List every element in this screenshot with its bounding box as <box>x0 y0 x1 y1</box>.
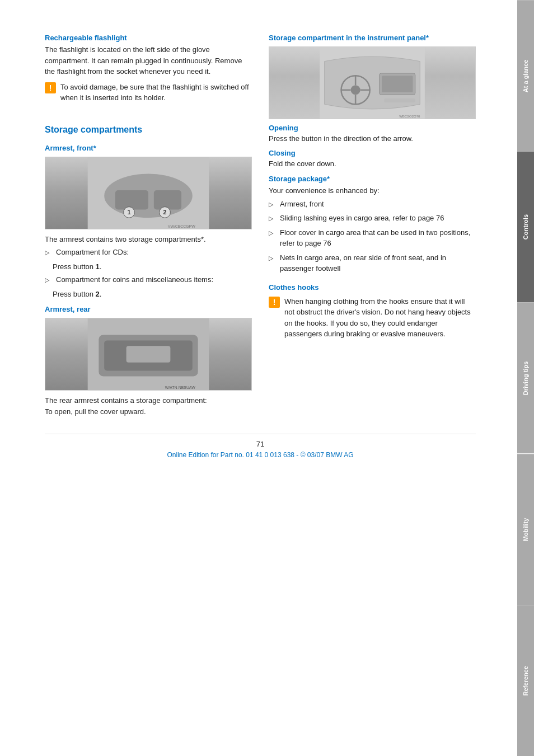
tab-mobility[interactable]: Mobility <box>517 454 534 605</box>
svg-point-16 <box>351 85 360 95</box>
warning-text: To avoid damage, be sure that the flashl… <box>60 82 252 104</box>
svg-rect-12 <box>127 346 171 363</box>
press-button-1: Press button 1. <box>53 261 252 273</box>
coins-label: Compartment for coins and miscellaneous … <box>56 274 213 285</box>
press-button-2: Press button 2. <box>53 289 252 300</box>
tab-driving-tips[interactable]: Driving tips <box>517 302 534 453</box>
clothes-warning-box: ! When hanging clothing from the hooks e… <box>269 296 476 340</box>
package-item-1: Armrest, front <box>269 199 476 210</box>
armrest-rear-section: Armrest, rear W/ATN-NBSUAW The rear armr… <box>45 305 252 417</box>
list-item-coins: Compartment for coins and miscellaneous … <box>45 274 252 285</box>
storage-package-list: Armrest, front Sliding lashing eyes in c… <box>269 199 476 274</box>
armrest-front-heading: Armrest, front* <box>45 144 252 152</box>
svg-text:W/ATN-NBSUAW: W/ATN-NBSUAW <box>165 386 195 389</box>
clothes-warning-icon: ! <box>269 297 280 308</box>
svg-text:VW/CBCCGPW: VW/CBCCGPW <box>168 224 195 228</box>
closing-body: Fold the cover down. <box>269 158 476 170</box>
armrest-front-list: Compartment for CDs: <box>45 247 252 258</box>
instrument-panel-image: WBCSO2O70 <box>269 46 476 119</box>
storage-package-heading: Storage package* <box>269 175 476 183</box>
opening-body: Press the button in the direction of the… <box>269 133 476 144</box>
armrest-front-section: Armrest, front* 1 <box>45 144 252 300</box>
list-item-cds: Compartment for CDs: <box>45 247 252 258</box>
storage-compartments-heading: Storage compartments <box>45 125 252 135</box>
rechargeable-body: The flashlight is located on the left si… <box>45 44 252 77</box>
rechargeable-flashlight-section: Rechargeable flashlight The flashlight i… <box>45 34 252 108</box>
package-item-4: Nets in cargo area, on rear side of fron… <box>269 252 476 274</box>
tab-controls[interactable]: Controls <box>517 151 534 302</box>
svg-rect-23 <box>384 98 415 102</box>
warning-icon: ! <box>45 82 56 93</box>
warning-box: ! To avoid damage, be sure that the flas… <box>45 82 252 104</box>
package-item-2: Sliding lashing eyes in cargo area, refe… <box>269 213 476 224</box>
page-footer: 71 Online Edition for Part no. 01 41 0 0… <box>45 434 476 459</box>
footer-text: Online Edition for Part no. 01 41 0 013 … <box>167 451 353 459</box>
armrest-rear-body1: The rear armrest contains a storage comp… <box>45 395 252 406</box>
svg-rect-3 <box>154 190 181 209</box>
tab-reference[interactable]: Reference <box>517 605 534 756</box>
armrest-rear-body2: To open, pull the cover upward. <box>45 406 252 417</box>
clothes-warning-text: When hanging clothing from the hooks ens… <box>284 296 476 340</box>
cds-label: Compartment for CDs: <box>56 247 129 258</box>
rechargeable-heading: Rechargeable flashlight <box>45 34 252 42</box>
tab-at-a-glance[interactable]: At a glance <box>517 0 534 151</box>
svg-rect-22 <box>382 76 413 92</box>
opening-heading: Opening <box>269 124 476 132</box>
page-number: 71 <box>45 440 476 448</box>
closing-heading: Closing <box>269 149 476 157</box>
storage-instrument-heading: Storage compartment in the instrument pa… <box>269 34 476 42</box>
svg-text:2: 2 <box>163 209 167 215</box>
clothes-hooks-section: Clothes hooks ! When hanging clothing fr… <box>269 283 476 344</box>
armrest-front-image: 1 2 VW/CBCCGPW <box>45 157 252 229</box>
armrest-front-list2: Compartment for coins and miscellaneous … <box>45 274 252 285</box>
armrest-front-body: The armrest contains two storage compart… <box>45 234 252 245</box>
package-item-3: Floor cover in cargo area that can be us… <box>269 227 476 249</box>
clothes-hooks-heading: Clothes hooks <box>269 283 476 292</box>
storage-package-section: Storage package* Your convenience is enh… <box>269 175 476 278</box>
side-tabs: At a glance Controls Driving tips Mobili… <box>517 0 534 756</box>
svg-rect-2 <box>115 190 148 209</box>
armrest-rear-image: W/ATN-NBSUAW <box>45 318 252 391</box>
armrest-rear-heading: Armrest, rear <box>45 305 252 313</box>
svg-text:WBCSO2O70: WBCSO2O70 <box>399 115 420 118</box>
storage-instrument-section: Storage compartment in the instrument pa… <box>269 34 476 169</box>
storage-package-intro: Your convenience is enhanced by: <box>269 185 476 196</box>
svg-text:1: 1 <box>128 209 131 215</box>
